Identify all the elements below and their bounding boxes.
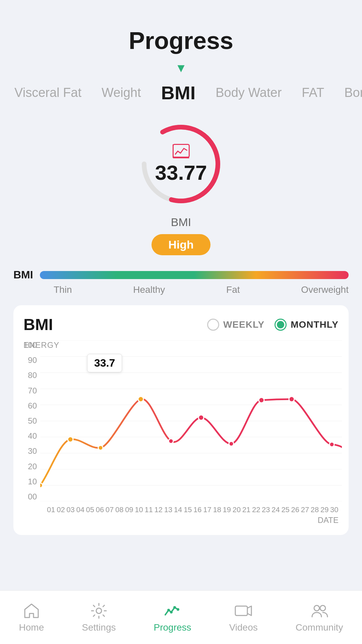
x-label-03: 03 <box>66 505 74 514</box>
x-label-15: 15 <box>184 505 192 514</box>
scale-tick-overweight: Overweight <box>301 284 349 295</box>
x-axis: 01 02 03 04 05 06 07 08 09 10 11 12 13 1… <box>47 505 339 514</box>
chart-canvas <box>40 340 342 503</box>
bottom-nav: Home Settings Progress Videos <box>0 590 362 644</box>
nav-home-label: Home <box>19 622 44 633</box>
svg-point-24 <box>289 396 294 402</box>
chart-axes: 100 90 80 70 60 50 40 30 20 10 00 <box>23 340 339 503</box>
videos-icon <box>235 602 252 620</box>
x-label-18: 18 <box>213 505 221 514</box>
svg-point-16 <box>40 483 43 488</box>
tab-body-water[interactable]: Body Water <box>216 86 282 100</box>
y-label-30: 30 <box>28 446 37 456</box>
svg-point-25 <box>329 442 334 447</box>
gauge-value: 33.77 <box>155 161 207 184</box>
x-label-27: 27 <box>301 505 309 514</box>
line-chart-svg <box>40 340 342 501</box>
x-label-17: 17 <box>203 505 211 514</box>
svg-point-28 <box>170 611 173 613</box>
scale-tick-fat: Fat <box>226 284 240 295</box>
y-axis: 100 90 80 70 60 50 40 30 20 10 00 <box>23 340 40 501</box>
svg-point-17 <box>68 437 73 442</box>
svg-point-20 <box>169 439 173 443</box>
x-label-01: 01 <box>47 505 55 514</box>
x-label-14: 14 <box>174 505 182 514</box>
y-label-20: 20 <box>28 462 37 471</box>
svg-point-32 <box>314 605 319 611</box>
x-label-08: 08 <box>115 505 123 514</box>
x-label-26: 26 <box>291 505 299 514</box>
scale-label: BMI <box>13 269 33 281</box>
nav-settings-label: Settings <box>82 622 116 633</box>
svg-point-21 <box>198 415 204 420</box>
svg-point-33 <box>320 605 325 611</box>
settings-icon <box>90 602 108 620</box>
svg-point-22 <box>229 441 234 446</box>
x-label-25: 25 <box>281 505 289 514</box>
x-label-30: 30 <box>330 505 338 514</box>
weekly-label: WEEKLY <box>223 319 264 330</box>
svg-point-27 <box>167 609 170 611</box>
svg-point-19 <box>138 396 143 402</box>
scale-tick-healthy: Healthy <box>133 284 165 295</box>
gauge-status-badge: High <box>152 234 210 255</box>
nav-home[interactable]: Home <box>19 602 44 633</box>
y-label-00: 00 <box>28 492 37 501</box>
tab-bmi[interactable]: BMI <box>161 82 196 104</box>
chart-controls: WEEKLY MONTHLY <box>207 319 339 331</box>
svg-point-29 <box>173 606 176 609</box>
x-label-19: 19 <box>223 505 231 514</box>
svg-point-30 <box>177 608 179 611</box>
tabs-container: s Visceral Fat Weight BMI Body Water FAT… <box>0 78 362 107</box>
monthly-radio[interactable] <box>275 319 287 331</box>
nav-community[interactable]: Community <box>296 602 343 633</box>
chart-tooltip: 33.7 <box>87 354 122 372</box>
nav-progress[interactable]: Progress <box>154 602 191 633</box>
x-label-20: 20 <box>233 505 241 514</box>
weekly-option[interactable]: WEEKLY <box>207 319 264 331</box>
chart-area: ENERGY 33.7 100 90 80 70 60 50 40 30 20 … <box>23 340 339 525</box>
svg-rect-31 <box>235 606 247 615</box>
nav-videos-label: Videos <box>229 622 258 633</box>
monthly-option[interactable]: MONTHLY <box>275 319 339 331</box>
tab-fat[interactable]: FAT <box>302 86 324 100</box>
svg-point-23 <box>259 397 264 403</box>
y-label-10: 10 <box>28 477 37 486</box>
svg-point-18 <box>98 445 103 450</box>
tab-weight[interactable]: Weight <box>102 86 141 100</box>
y-label-80: 80 <box>28 371 37 380</box>
x-label-12: 12 <box>155 505 163 514</box>
nav-settings[interactable]: Settings <box>82 602 116 633</box>
x-label-22: 22 <box>252 505 260 514</box>
x-label-05: 05 <box>86 505 94 514</box>
chart-title: BMI <box>23 315 53 334</box>
progress-icon <box>164 602 181 620</box>
date-axis-label: DATE <box>23 516 339 525</box>
y-label-60: 60 <box>28 401 37 411</box>
chart-header: BMI WEEKLY MONTHLY <box>23 315 339 334</box>
x-label-28: 28 <box>311 505 319 514</box>
header: Progress <box>0 0 362 61</box>
gauge-circle: 33.77 <box>134 117 228 211</box>
x-label-21: 21 <box>242 505 250 514</box>
nav-progress-label: Progress <box>154 622 191 633</box>
x-label-29: 29 <box>320 505 328 514</box>
gauge-section: 33.77 BMI High <box>0 117 362 255</box>
nav-videos[interactable]: Videos <box>229 602 258 633</box>
x-label-23: 23 <box>262 505 270 514</box>
x-label-16: 16 <box>193 505 201 514</box>
tab-indicator-arrow: ▼ <box>0 61 362 75</box>
x-label-09: 09 <box>125 505 133 514</box>
scale-header: BMI <box>13 269 349 281</box>
x-label-24: 24 <box>272 505 280 514</box>
y-label-50: 50 <box>28 416 37 426</box>
page-title: Progress <box>0 27 362 54</box>
scale-tick-thin: Thin <box>54 284 72 295</box>
x-label-04: 04 <box>76 505 84 514</box>
weekly-radio[interactable] <box>207 319 219 331</box>
tab-visceral-fat[interactable]: Visceral Fat <box>14 86 81 100</box>
y-label-90: 90 <box>28 356 37 365</box>
tab-bone[interactable]: Bone <box>344 86 362 100</box>
home-icon <box>23 602 40 620</box>
x-label-07: 07 <box>106 505 114 514</box>
